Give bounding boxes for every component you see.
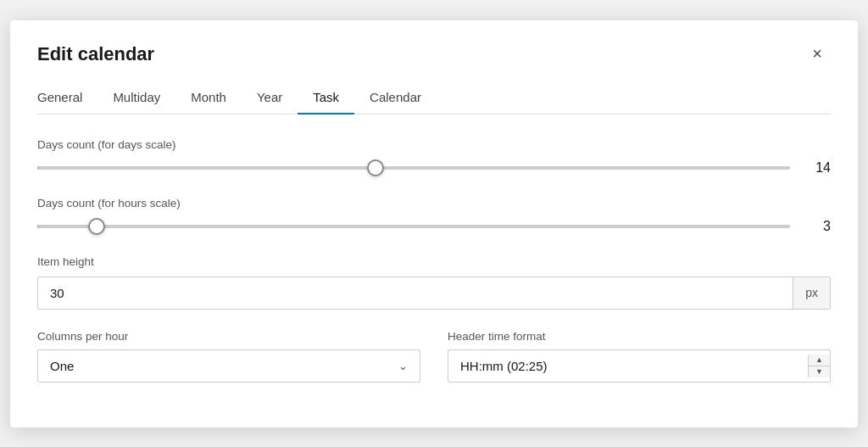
tab-general[interactable]: General bbox=[37, 81, 97, 115]
hours-scale-row: 3 bbox=[37, 218, 831, 235]
days-scale-slider[interactable] bbox=[37, 166, 790, 170]
tab-multiday[interactable]: Multiday bbox=[97, 81, 175, 115]
hours-scale-section: Days count (for hours scale) 3 bbox=[37, 197, 831, 235]
time-format-spinner: ▲ ▼ bbox=[808, 355, 830, 377]
item-height-section: Item height px bbox=[37, 255, 831, 310]
columns-per-hour-select-wrapper: One Two Three Four Six Twelve ⌄ bbox=[37, 349, 420, 383]
edit-calendar-dialog: Edit calendar × General Multiday Month Y… bbox=[10, 20, 858, 427]
tab-year[interactable]: Year bbox=[242, 81, 298, 115]
header-time-format-col: Header time format ▲ ▼ bbox=[448, 330, 831, 383]
item-height-input[interactable] bbox=[38, 277, 793, 309]
days-scale-row: 14 bbox=[37, 159, 831, 176]
tab-calendar[interactable]: Calendar bbox=[354, 81, 437, 115]
spinner-down-button[interactable]: ▼ bbox=[809, 366, 830, 377]
days-scale-value: 14 bbox=[804, 160, 831, 176]
days-scale-label: Days count (for days scale) bbox=[37, 138, 831, 151]
header-time-format-input[interactable] bbox=[448, 350, 808, 382]
item-height-label: Item height bbox=[37, 255, 831, 268]
hours-scale-slider[interactable] bbox=[37, 225, 790, 228]
days-scale-slider-wrapper bbox=[37, 159, 790, 176]
hours-scale-label: Days count (for hours scale) bbox=[37, 197, 831, 210]
item-height-unit: px bbox=[793, 277, 830, 309]
dialog-title: Edit calendar bbox=[37, 43, 154, 65]
bottom-row: Columns per hour One Two Three Four Six … bbox=[37, 330, 831, 383]
header-time-format-label: Header time format bbox=[448, 330, 831, 343]
header-time-format-wrapper: ▲ ▼ bbox=[448, 349, 831, 383]
tab-task[interactable]: Task bbox=[298, 81, 354, 115]
columns-per-hour-col: Columns per hour One Two Three Four Six … bbox=[37, 330, 420, 383]
tab-bar: General Multiday Month Year Task Calenda… bbox=[37, 81, 831, 115]
spinner-up-button[interactable]: ▲ bbox=[809, 355, 830, 366]
item-height-input-wrapper: px bbox=[37, 277, 831, 310]
tab-month[interactable]: Month bbox=[175, 81, 242, 115]
dialog-header: Edit calendar × bbox=[37, 41, 831, 68]
days-scale-section: Days count (for days scale) 14 bbox=[37, 138, 831, 176]
close-button[interactable]: × bbox=[804, 41, 831, 68]
hours-scale-value: 3 bbox=[804, 219, 831, 234]
columns-per-hour-select[interactable]: One Two Three Four Six Twelve bbox=[38, 350, 420, 382]
columns-per-hour-label: Columns per hour bbox=[37, 330, 420, 343]
hours-scale-slider-wrapper bbox=[37, 218, 790, 235]
